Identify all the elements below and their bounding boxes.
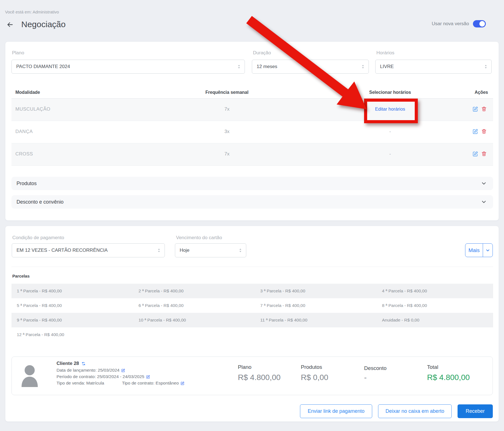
col-frequencia: Frequência semanal [193,90,261,95]
desconto-section-label: Desconto e convênio [17,199,64,205]
col-selecionar-horarios: Selecionar horários [357,90,424,95]
chevron-down-icon [485,248,490,253]
parcela-item: 4 ª Parcela - R$ 400,00 [382,288,427,293]
chevron-down-icon [481,180,487,187]
table-row: DANÇA 3x - [11,121,493,143]
horarios-select[interactable]: LIVRE [375,60,492,74]
tipo-contrato: Tipo de contrato: Espontâneo [122,381,179,386]
parcela-item: 8 ª Parcela - R$ 400,00 [382,303,427,308]
parcela-item: 12 ª Parcela - R$ 400,00 [17,332,64,337]
plano-value: PACTO DIAMANTE 2024 [16,64,70,69]
enviar-link-pagamento-button[interactable]: Enviar link de pagamento [300,404,372,418]
edit-icon[interactable] [472,106,479,112]
new-version-toggle-group: Usar nova versão [432,20,486,27]
parcelas-row: 9 ª Parcela - R$ 400,00 10 ª Parcela - R… [11,313,493,327]
summary-produtos-value: R$ 0,00 [301,373,328,382]
select-arrows-icon [361,64,365,69]
mais-button[interactable]: Mais [465,244,483,257]
col-acoes: Ações [475,90,488,95]
periodo-contrato: Período de contrato: 25/03/2024 - 24/03/… [57,374,144,379]
new-version-toggle[interactable] [473,20,486,27]
client-name: Cliente 28 [57,361,79,366]
receber-button[interactable]: Receber [458,404,493,418]
horarios-label: Horários [376,50,394,56]
data-lancamento: Data de lançamento: 25/03/2024 [57,368,119,373]
frequencia-cell: 3x [193,129,261,134]
parcela-item: 1 ª Parcela - R$ 400,00 [17,288,62,293]
mais-caret-button[interactable] [483,244,493,257]
plano-select[interactable]: PACTO DIAMANTE 2024 [11,60,245,74]
chevron-down-icon [481,199,487,205]
breadcrumb: Você está em: Administrativo [5,10,59,14]
trash-icon[interactable] [481,151,487,157]
client-summary-card: Cliente 28 Data de lançamento: 25/03/202… [11,357,493,395]
toggle-knob [479,21,485,27]
parcela-item: 9 ª Parcela - R$ 400,00 [17,318,62,323]
edit-date-icon[interactable] [121,368,125,372]
summary-desconto-label: Desconto [364,365,386,371]
back-button[interactable] [6,21,14,30]
vencimento-select[interactable]: Hoje [175,243,246,257]
parcelas-row: 5 ª Parcela - R$ 400,00 6 ª Parcela - R$… [11,298,493,313]
payment-divider [11,267,493,267]
plan-card: Plano PACTO DIAMANTE 2024 Duração 12 mes… [5,41,499,221]
horarios-value: LIVRE [380,64,394,69]
table-row: MUSCULAÇÃO 7x Editar horários [11,99,493,121]
duracao-select[interactable]: 12 meses [252,60,369,74]
modalidade-cell: CROSS [15,151,33,157]
page-title: Negociação [21,20,65,29]
client-info: Cliente 28 Data de lançamento: 25/03/202… [57,361,185,386]
vencimento-value: Hoje [180,248,189,253]
table-row: CROSS 7x - [11,143,493,166]
condicao-label: Condição de pagamento [12,235,64,241]
col-modalidade: Modalidade [15,90,40,95]
parcela-item: 5 ª Parcela - R$ 400,00 [17,303,62,308]
parcela-item: Anuidade - R$ 0,00 [382,318,419,323]
edit-contract-type-icon[interactable] [180,381,185,385]
parcela-item: 10 ª Parcela - R$ 400,00 [139,318,186,323]
parcela-item: 3 ª Parcela - R$ 400,00 [260,288,305,293]
summary-total-label: Total [427,364,438,370]
frequencia-cell: 7x [193,106,261,112]
duracao-label: Duração [253,50,271,56]
condicao-value: EM 12 VEZES - CARTÃO RECORRÊNCIA [17,248,108,253]
edit-period-icon[interactable] [146,375,150,379]
frequencia-cell: 7x [193,151,261,157]
produtos-section-toggle[interactable]: Produtos [11,177,493,190]
parcela-item: 2 ª Parcela - R$ 400,00 [139,288,184,293]
parcela-item: 11 ª Parcela - R$ 400,00 [260,318,307,323]
summary-desconto-value: - [364,373,367,382]
avatar [21,364,39,387]
swap-client-icon[interactable] [81,361,86,366]
negotiation-page: { "page": { "breadcrumb": "Você está em:… [0,0,504,431]
summary-plano-value: R$ 4.800,00 [238,373,281,382]
summary-total-value: R$ 4.800,00 [427,373,470,382]
mais-split-button[interactable]: Mais [465,243,493,257]
deixar-caixa-aberto-button[interactable]: Deixar no caixa em aberto [378,404,452,418]
duracao-value: 12 meses [257,64,277,69]
editar-horarios-link[interactable]: Editar horários [375,106,405,111]
parcelas-row: 1 ª Parcela - R$ 400,00 2 ª Parcela - R$… [11,284,493,298]
trash-icon[interactable] [481,106,487,112]
select-arrows-icon [238,248,243,253]
produtos-section-label: Produtos [17,181,37,187]
parcelas-row: 12 ª Parcela - R$ 400,00 [11,327,493,342]
payment-card: Condição de pagamento EM 12 VEZES - CART… [5,226,499,422]
modalidade-cell: DANÇA [15,129,33,134]
modalidade-cell: MUSCULAÇÃO [15,106,50,112]
summary-plano-label: Plano [238,364,252,370]
horario-cell: - [357,129,424,134]
condicao-select[interactable]: EM 12 VEZES - CARTÃO RECORRÊNCIA [12,243,165,257]
desconto-section-toggle[interactable]: Desconto e convênio [11,195,493,209]
arrow-left-icon [6,21,14,29]
parcela-item: 6 ª Parcela - R$ 400,00 [139,303,184,308]
parcelas-label: Parcelas [12,274,30,278]
edit-icon[interactable] [472,151,479,157]
trash-icon[interactable] [481,128,487,134]
summary-produtos-label: Produtos [301,364,322,370]
horario-cell: - [357,151,424,157]
select-arrows-icon [237,64,241,69]
new-version-label: Usar nova versão [432,21,469,27]
edit-icon[interactable] [472,128,479,134]
parcela-item: 7 ª Parcela - R$ 400,00 [260,303,305,308]
